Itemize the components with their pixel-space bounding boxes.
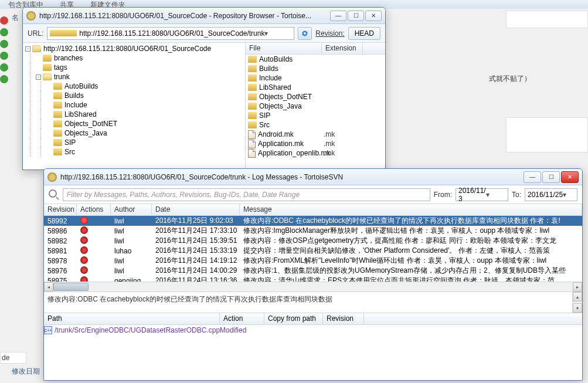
cell-action: Modified — [220, 326, 264, 334]
col-revision[interactable]: Revision — [44, 204, 77, 215]
tortoise-icon — [47, 172, 57, 182]
folder-icon — [248, 112, 257, 119]
tree-node[interactable]: branches — [23, 53, 245, 63]
col-actions[interactable]: Actions — [77, 204, 111, 215]
col-action[interactable]: Action — [220, 313, 264, 324]
log-row[interactable]: 58978liwl2016年11月24日 14:19:12修改内容:FromXM… — [44, 256, 582, 266]
path-row[interactable]: C++/trunk/Src/EngineODBC/UGDatasetRaster… — [44, 325, 582, 335]
col-author[interactable]: Author — [111, 204, 152, 215]
log-row[interactable]: 58992liwl2016年11月25日 9:02:03修改内容:ODBC 在c… — [44, 216, 582, 226]
url-dropdown-icon[interactable]: ▾ — [264, 29, 291, 38]
maximize-button[interactable]: ☐ — [542, 171, 560, 183]
url-label: URL: — [28, 29, 43, 38]
maximize-button[interactable]: ☐ — [348, 11, 364, 21]
log-table: Revision Actions Author Date Message 589… — [44, 204, 582, 292]
tree-label: Include — [64, 101, 87, 109]
list-item[interactable]: Objects_DotNET — [246, 92, 385, 101]
list-item[interactable]: LibShared — [246, 83, 385, 92]
folder-icon — [43, 73, 52, 80]
list-item[interactable]: Application.mk.mk — [246, 139, 385, 148]
list-item[interactable]: Include — [246, 73, 385, 83]
list-item[interactable]: Android.mk.mk — [246, 130, 385, 139]
url-input[interactable]: http://192.168.115.121:8080/UGO6R/01_Sou… — [47, 27, 294, 40]
message-detail-box[interactable]: 修改内容:ODBC 在cachebyblock的时候已经查询了的情况下再次执行数… — [44, 292, 582, 313]
scroll-up-icon[interactable]: ▴ — [573, 292, 582, 301]
tree-node[interactable]: Builds — [23, 91, 245, 100]
col-message[interactable]: Message — [240, 204, 582, 215]
tree-node[interactable]: Objects_DotNET — [23, 119, 245, 128]
revision-label[interactable]: Revision: — [315, 29, 344, 38]
expander-icon[interactable]: - — [25, 46, 30, 52]
tree-node[interactable]: SIP — [23, 138, 245, 147]
log-messages-window: http://192.168.115.121:8080/UGO6R/01_Sou… — [43, 168, 583, 381]
scroll-thumb[interactable] — [53, 283, 89, 291]
col-revision[interactable]: Revision — [323, 313, 364, 324]
url-value: http://192.168.115.121:8080/UGO6R/01_Sou… — [79, 29, 264, 38]
search-icon[interactable] — [49, 189, 59, 200]
tree-node[interactable]: AutoBuilds — [23, 82, 245, 91]
head-button[interactable]: HEAD — [348, 27, 380, 40]
file-name: Src — [259, 121, 325, 129]
log-row[interactable]: 58986liwl2016年11月24日 17:33:10修改内容:ImgBlo… — [44, 226, 582, 236]
list-item[interactable]: Src — [246, 120, 385, 130]
modified-icon — [80, 236, 88, 244]
cell-path: C++/trunk/Src/EngineODBC/UGDatasetRaster… — [44, 326, 220, 334]
list-item[interactable]: Builds — [246, 64, 385, 73]
to-date-picker[interactable]: 2016/11/25▾ — [525, 188, 577, 201]
col-copy-from[interactable]: Copy from path — [264, 313, 323, 324]
cell-date: 2016年11月24日 14:19:12 — [152, 256, 240, 266]
tree-node[interactable]: tags — [23, 63, 245, 72]
log-titlebar[interactable]: http://192.168.115.121:8080/UGO6R/01_Sou… — [44, 169, 582, 185]
scroll-down-icon[interactable]: ▾ — [573, 303, 582, 313]
file-list-body[interactable]: AutoBuildsBuildsIncludeLibSharedObjects_… — [246, 55, 385, 170]
tortoise-icon — [26, 11, 36, 21]
list-item[interactable]: SIP — [246, 111, 385, 120]
cell-message: 修改内容:ODBC 在cachebyblock的时候已经查询了的情况下再次执行数… — [240, 216, 582, 226]
tree-node[interactable]: Include — [23, 100, 245, 110]
from-date-picker[interactable]: 2016/11/ 3▾ — [456, 188, 508, 201]
close-button[interactable]: ✕ — [365, 11, 382, 21]
tree-node[interactable]: -http://192.168.115.121:8080/UGO6R/01_So… — [23, 44, 245, 53]
tree-label: AutoBuilds — [64, 82, 98, 90]
scroll-right-icon[interactable]: ▸ — [573, 282, 582, 292]
cell-date: 2016年11月25日 9:02:03 — [152, 216, 240, 226]
expander-icon[interactable]: - — [36, 74, 41, 80]
folder-icon — [248, 103, 257, 110]
col-file[interactable]: File — [246, 43, 322, 54]
minimize-button[interactable]: — — [524, 171, 541, 183]
file-list-header[interactable]: File Extension — [246, 43, 385, 55]
list-item[interactable]: AutoBuilds — [246, 55, 385, 64]
log-row[interactable]: 58976liwl2016年11月24日 14:00:29修改内容:1、数据集层… — [44, 266, 582, 276]
col-path[interactable]: Path — [44, 313, 220, 324]
log-row[interactable]: 58981luhao2016年11月24日 15:33:19提交内容：增量空间自… — [44, 246, 582, 256]
close-button[interactable]: ✕ — [561, 171, 579, 183]
log-rows[interactable]: 58992liwl2016年11月25日 9:02:03修改内容:ODBC 在c… — [44, 216, 582, 282]
folder-icon — [32, 45, 41, 52]
log-row[interactable]: 58982liwl2016年11月24日 15:39:51修改内容：修改OSP点… — [44, 236, 582, 246]
repo-tree[interactable]: -http://192.168.115.121:8080/UGO6R/01_So… — [23, 43, 246, 170]
path-table-header[interactable]: Path Action Copy from path Revision — [44, 313, 582, 325]
tree-node[interactable]: Src — [23, 147, 245, 157]
minimize-button[interactable]: — — [330, 11, 346, 21]
repo-titlebar[interactable]: http://192.168.115.121:8080/UGO6R/01_Sou… — [23, 8, 385, 24]
path-rows[interactable]: C++/trunk/Src/EngineODBC/UGDatasetRaster… — [44, 325, 582, 335]
list-item[interactable]: Objects_Java — [246, 101, 385, 111]
log-row[interactable]: 58975gengjing2016年11月24日 13:16:36修改内容：清华… — [44, 276, 582, 282]
chevron-down-icon[interactable]: ▾ — [486, 191, 505, 199]
chevron-down-icon[interactable]: ▾ — [563, 191, 575, 199]
tree-node[interactable]: Objects_Java — [23, 128, 245, 138]
file-icon — [248, 130, 256, 139]
refresh-button[interactable] — [298, 27, 312, 40]
tree-node[interactable]: -trunk — [23, 72, 245, 82]
filter-input[interactable]: Filter by Messages, Paths, Authors, Revi… — [63, 188, 430, 201]
file-ext: .mk — [324, 149, 335, 157]
col-date[interactable]: Date — [152, 204, 240, 215]
col-extension[interactable]: Extension — [322, 43, 363, 54]
cell-author: liwl — [111, 227, 152, 235]
tree-node[interactable]: LibShared — [23, 110, 245, 119]
vertical-scrollbar[interactable]: ▴ ▾ — [572, 292, 582, 313]
log-table-header[interactable]: Revision Actions Author Date Message — [44, 204, 582, 216]
scroll-left-icon[interactable]: ◂ — [44, 282, 53, 292]
horizontal-scrollbar[interactable]: ◂ ▸ — [44, 282, 582, 292]
list-item[interactable]: Application_openlib.mk.mk — [246, 148, 385, 158]
